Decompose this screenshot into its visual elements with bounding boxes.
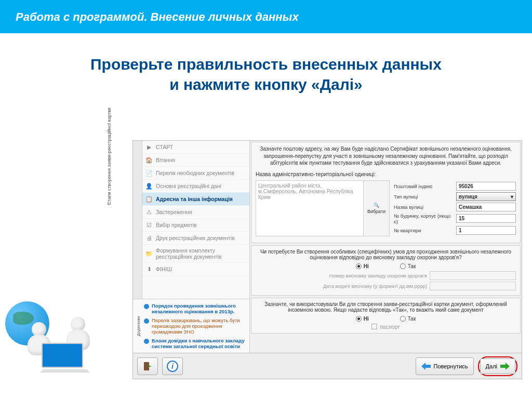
q1-sub1-label: Номер висновку закладу охорони здоров'я bbox=[318, 273, 427, 278]
globe-icon bbox=[143, 318, 150, 324]
arrow-right-icon bbox=[500, 363, 510, 370]
q1-yes[interactable]: Так bbox=[400, 263, 416, 269]
q2-yes[interactable]: Так bbox=[400, 316, 416, 322]
slide-banner: Работа с программой. Внесение личных дан… bbox=[0, 0, 532, 33]
q2-no[interactable]: Ні bbox=[356, 316, 369, 322]
radio-icon bbox=[356, 316, 362, 322]
q1-sub2-label: Дата видачі висновку (у форматі дд.мм.рр… bbox=[318, 283, 427, 289]
folder-icon: 📁 bbox=[145, 250, 153, 257]
svg-point-2 bbox=[144, 339, 149, 344]
step-start[interactable]: ▶СТАРТ bbox=[142, 141, 249, 154]
foreign-doc-panel: Зазначте, чи використовували Ви для ство… bbox=[251, 298, 521, 334]
globe-icon bbox=[143, 338, 150, 344]
svg-marker-4 bbox=[149, 365, 152, 367]
step-address[interactable]: 📋Адресна та інша інформація bbox=[142, 193, 249, 206]
instruction-text: Зазначте поштову адресу, на яку Вам буде… bbox=[256, 145, 516, 167]
step-docs[interactable]: 📄Перелік необхідних документів bbox=[142, 167, 249, 180]
step-warning[interactable]: ⚠Застереження bbox=[142, 206, 249, 219]
passport-checkbox bbox=[371, 324, 377, 329]
step-package[interactable]: 📁Формування комплекту реєстраційних доку… bbox=[142, 245, 249, 263]
svg-marker-8 bbox=[500, 363, 510, 370]
q2-text: Зазначте, чи використовували Ви для ство… bbox=[256, 301, 516, 313]
link-blank[interactable]: Бланк довідки з навчального закладу сист… bbox=[143, 336, 246, 351]
sidebar-links: Додатково Порядок проведення зовнішнього… bbox=[133, 299, 249, 353]
user-icon: 👤 bbox=[145, 182, 153, 190]
sidebar-vertical-title: Етапи створення заяви-реєстраційної карт… bbox=[133, 141, 142, 299]
steps-list: ▶СТАРТ 🏠Вітання 📄Перелік необхідних доку… bbox=[142, 141, 249, 299]
svg-point-0 bbox=[144, 304, 149, 309]
address-fields: Поштовий індекс95026 Тип вулицівулиця▾ Н… bbox=[394, 180, 516, 236]
q1-text: Чи потребуєте Ви створення особливих (сп… bbox=[256, 249, 516, 260]
stname-input[interactable]: Семашка bbox=[456, 203, 516, 211]
apt-label: № квартири bbox=[394, 228, 454, 233]
globe-icon bbox=[143, 303, 150, 310]
stname-label: Назва вулиці bbox=[394, 204, 454, 210]
addr-unit-box: Центральний район міста, м.Сімферополь, … bbox=[256, 180, 390, 236]
info-button[interactable]: i bbox=[162, 357, 183, 375]
warning-icon: ⚠ bbox=[145, 208, 153, 216]
exit-button[interactable] bbox=[137, 357, 158, 375]
step-subjects[interactable]: ☑Вибір предметів bbox=[142, 219, 249, 232]
special-conditions-panel: Чи потребуєте Ви створення особливих (сп… bbox=[251, 245, 521, 296]
chevron-down-icon: ▾ bbox=[511, 194, 513, 200]
slide-heading: Проверьте правильность внесенных данных … bbox=[16, 54, 516, 95]
radio-icon bbox=[356, 263, 362, 269]
info-icon: 📋 bbox=[145, 195, 153, 203]
q1-sub2-input bbox=[430, 282, 516, 290]
radio-icon bbox=[400, 316, 406, 322]
passport-label: паспорт bbox=[380, 324, 400, 330]
svg-marker-7 bbox=[421, 363, 431, 370]
svg-point-1 bbox=[144, 318, 149, 324]
next-button-highlight: Далі bbox=[478, 356, 517, 376]
address-panel: Зазначте поштову адресу, на яку Вам буде… bbox=[251, 142, 521, 243]
arrow-left-icon bbox=[421, 363, 431, 370]
info-icon: i bbox=[167, 361, 178, 372]
laptop-icon bbox=[42, 343, 88, 374]
door-exit-icon bbox=[142, 361, 153, 371]
link-diseases[interactable]: Перелік захворювань, що можуть бути пере… bbox=[143, 316, 246, 336]
q1-no[interactable]: Ні bbox=[356, 263, 369, 269]
back-button[interactable]: Повернутись bbox=[416, 357, 474, 375]
print-icon: 🖨 bbox=[145, 234, 153, 242]
step-print[interactable]: 🖨Друк реєстраційних документів bbox=[142, 232, 249, 245]
sttype-label: Тип вулиці bbox=[394, 194, 454, 200]
step-finish[interactable]: ⬇ФІНІШ bbox=[142, 263, 249, 276]
house-label: № будинку, корпус (якщо є) bbox=[394, 213, 454, 224]
addr-unit-label: Назва адміністративно-територіальної оди… bbox=[256, 171, 516, 177]
finish-icon: ⬇ bbox=[145, 265, 153, 273]
svg-rect-3 bbox=[144, 362, 149, 370]
radio-icon bbox=[400, 263, 406, 269]
check-icon: ☑ bbox=[145, 221, 153, 229]
search-icon: 🔍 bbox=[374, 203, 379, 208]
sttype-select[interactable]: вулиця▾ bbox=[456, 192, 516, 201]
addr-select-button[interactable]: 🔍 Вибрати bbox=[364, 180, 390, 236]
home-icon: 🏠 bbox=[145, 156, 153, 164]
heading-line1: Проверьте правильность внесенных данных bbox=[16, 54, 516, 74]
zip-label: Поштовий індекс bbox=[394, 183, 454, 189]
link-order[interactable]: Порядок проведення зовнішнього незалежно… bbox=[143, 301, 246, 316]
next-button[interactable]: Далі bbox=[480, 358, 515, 374]
heading-line2: и нажмите кнопку «Далі» bbox=[16, 74, 516, 95]
house-input[interactable]: 15 bbox=[456, 214, 516, 223]
sidebar: Етапи створення заяви-реєстраційної карт… bbox=[133, 141, 250, 353]
links-vertical-title: Додатково bbox=[136, 301, 143, 351]
addr-unit-value: Центральний район міста, м.Сімферополь, … bbox=[256, 180, 364, 236]
apt-input[interactable]: 1 bbox=[456, 226, 516, 235]
doc-icon: 📄 bbox=[145, 169, 153, 177]
step-regdata[interactable]: 👤Основні реєстраційні дані bbox=[142, 180, 249, 193]
zip-input[interactable]: 95026 bbox=[456, 182, 516, 191]
step-welcome[interactable]: 🏠Вітання bbox=[142, 154, 249, 167]
decorative-illustration bbox=[5, 286, 119, 374]
play-icon: ▶ bbox=[145, 143, 153, 151]
application-window: Етапи створення заяви-реєстраційної карт… bbox=[132, 140, 522, 379]
q1-sub1-input bbox=[430, 271, 516, 280]
main-content: Зазначте поштову адресу, на яку Вам буде… bbox=[250, 141, 522, 353]
bottom-toolbar: i Повернутись Далі bbox=[133, 353, 522, 379]
